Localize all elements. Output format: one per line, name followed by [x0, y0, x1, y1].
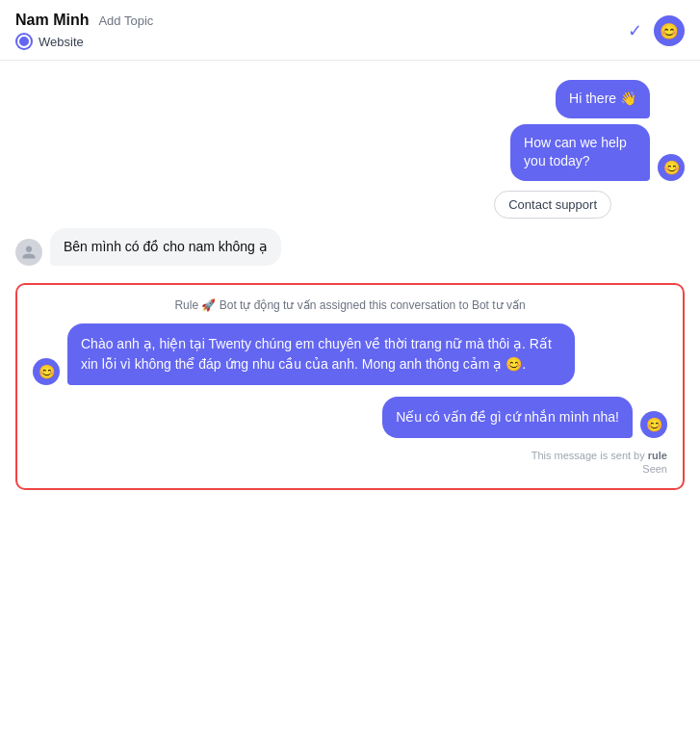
bot-auto-avatar: 😊	[33, 358, 60, 385]
chat-area: Hi there 👋 How can we help you today? 😊 …	[0, 61, 700, 750]
website-icon	[15, 33, 33, 50]
add-topic-button[interactable]: Add Topic	[98, 13, 153, 28]
website-label: Website	[39, 35, 84, 49]
bot-reply-row: Nếu có vấn đề gì cứ nhắn mình nha! 😊	[33, 397, 667, 438]
header-right: ✓ 😊	[628, 15, 685, 46]
chat-header: Nam Minh Add Topic Website ✓ 😊	[0, 0, 700, 61]
contact-support-button[interactable]: Contact support	[494, 191, 611, 219]
auto-reply-row: 😊 Chào anh ạ, hiện tại Twenty chúng em c…	[33, 323, 667, 385]
bubble-hi-there: Hi there 👋	[556, 80, 650, 118]
bot-reply-bubble: Nếu có vấn đề gì cứ nhắn mình nha!	[382, 397, 633, 438]
contact-support-row: Contact support	[15, 191, 685, 219]
contact-name: Nam Minh	[15, 12, 89, 29]
rule-assigned-text: assigned this conversation to	[320, 298, 472, 312]
bot-reply-avatar: 😊	[640, 411, 667, 438]
bot-message-hi: Hi there 👋 How can we help you today? 😊	[15, 80, 685, 181]
header-sub: Website	[15, 33, 153, 50]
bot-bubble-group: Hi there 👋 How can we help you today?	[451, 80, 650, 181]
header-left: Nam Minh Add Topic Website	[15, 12, 153, 50]
rule-footer: This message is sent by rule Seen	[33, 450, 667, 475]
header-title-row: Nam Minh Add Topic	[15, 12, 153, 29]
rule-assignment-label: Rule 🚀 Rule 🚀 Bot tự động tư vấnBot tự đ…	[33, 298, 667, 312]
bot-avatar-right: 😊	[658, 154, 685, 181]
rule-assignment-box: Rule 🚀 Rule 🚀 Bot tự động tư vấnBot tự đ…	[15, 283, 685, 490]
rule-bot-name: Bot tư vấn	[472, 298, 526, 312]
user-bubble: Bên mình có đồ cho nam không ạ	[50, 228, 281, 267]
bubble-how-can-we-help: How can we help you today?	[510, 124, 650, 181]
rule-label-text: Rule 🚀 Rule 🚀 Bot tự động tư vấnBot tự đ…	[174, 298, 316, 312]
check-icon[interactable]: ✓	[628, 20, 642, 41]
sent-by-label: This message is sent by rule	[531, 450, 667, 461]
rule-highlight: rule	[648, 450, 667, 461]
user-avatar	[15, 239, 42, 266]
header-avatar[interactable]: 😊	[654, 15, 685, 46]
auto-reply-bubble: Chào anh ạ, hiện tại Twenty chúng em chu…	[67, 323, 575, 385]
user-message-row: Bên mình có đồ cho nam không ạ	[15, 228, 685, 267]
seen-label: Seen	[642, 463, 667, 475]
person-icon	[21, 245, 37, 260]
